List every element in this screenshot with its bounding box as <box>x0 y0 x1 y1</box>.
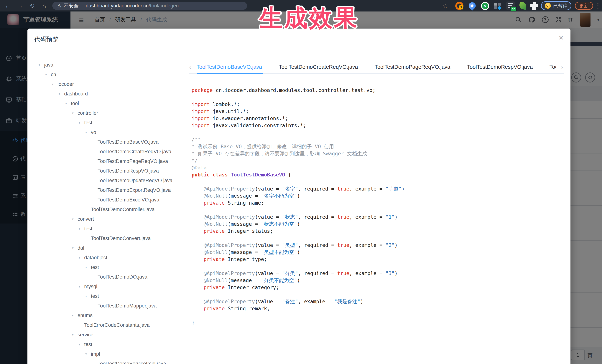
bookmark-star-icon[interactable]: ☆ <box>442 0 448 11</box>
code-line: @NotNull(message = "状态不能为空") <box>192 220 565 228</box>
tree-file[interactable]: ToolTestDemoCreateReqVO.java <box>39 147 189 156</box>
tree-node-label: ToolErrorCodeConstants.java <box>84 322 150 328</box>
caret-down-icon[interactable]: ▾ <box>85 294 91 298</box>
tree-folder[interactable]: ▾dataobject <box>39 253 189 262</box>
caret-down-icon[interactable]: ▾ <box>45 73 51 77</box>
tree-file[interactable]: ToolTestDemoExcelVO.java <box>39 195 189 205</box>
tree-file[interactable]: ToolTestDemoDO.java <box>39 272 189 282</box>
caret-down-icon[interactable]: ▾ <box>72 333 77 337</box>
browser-back-icon[interactable]: ← <box>2 0 13 11</box>
code-preview-modal: 代码预览 × ▾java▾cn▾iocoder▾dashboard▾tool▾c… <box>27 29 570 364</box>
caret-down-icon[interactable]: ▾ <box>65 102 71 105</box>
tree-folder[interactable]: ▾test <box>39 224 189 234</box>
caret-down-icon[interactable]: ▾ <box>72 111 77 115</box>
browser-forward-icon[interactable]: → <box>14 0 26 11</box>
caret-down-icon[interactable]: ▾ <box>39 63 44 67</box>
code-line: import javax.validation.constraints.*; <box>192 122 565 129</box>
caret-down-icon[interactable]: ▾ <box>85 265 91 269</box>
tree-node-label: java <box>44 62 54 68</box>
code-line: import lombok.*; <box>192 101 565 108</box>
tree-folder[interactable]: ▾enums <box>39 311 189 320</box>
caret-down-icon[interactable]: ▾ <box>79 227 84 231</box>
extension-list-icon[interactable]: on <box>506 1 515 10</box>
tree-folder[interactable]: ▾dal <box>39 243 189 253</box>
extension-pin-icon[interactable] <box>467 1 477 11</box>
caret-down-icon[interactable]: ▾ <box>79 343 84 346</box>
code-line <box>192 263 565 270</box>
tree-file[interactable]: ToolErrorCodeConstants.java <box>39 320 189 330</box>
tree-node-label: ToolTestDemoServiceImpl.java <box>97 361 166 364</box>
caret-down-icon[interactable]: ▾ <box>85 130 91 134</box>
tree-folder[interactable]: ▾dashboard <box>39 89 189 99</box>
caret-down-icon[interactable]: ▾ <box>72 217 77 221</box>
tree-file[interactable]: ToolTestDemoController.java <box>39 205 189 214</box>
tree-node-label: ToolTestDemoCreateReqVO.java <box>97 149 171 155</box>
tree-node-label: test <box>84 342 92 347</box>
tree-file[interactable]: ToolTestDemoConvert.java <box>39 234 189 243</box>
tree-folder[interactable]: ▾test <box>39 291 189 301</box>
code-line: import io.swagger.annotations.*; <box>192 115 565 122</box>
code-tab[interactable]: ToolTestDemoCreateReqVO.java <box>279 61 358 74</box>
tree-file[interactable]: ToolTestDemoBaseVO.java <box>39 137 189 147</box>
extension-orange-icon[interactable]: 1 <box>455 2 463 10</box>
browser-home-icon[interactable]: ⌂ <box>39 0 50 11</box>
caret-down-icon[interactable]: ▾ <box>72 314 77 317</box>
code-block: package cn.iocoder.dashboard.modules.too… <box>192 87 565 364</box>
caret-down-icon[interactable]: ▾ <box>79 285 84 289</box>
caret-down-icon[interactable]: ▾ <box>59 92 64 96</box>
caret-down-icon[interactable]: ▾ <box>79 256 84 260</box>
file-tree: ▾java▾cn▾iocoder▾dashboard▾tool▾controll… <box>39 60 189 364</box>
tree-file[interactable]: ToolTestDemoExportReqVO.java <box>39 185 189 195</box>
extension-green-icon[interactable]: v <box>481 2 489 10</box>
tree-file[interactable]: ToolTestDemoRespVO.java <box>39 166 189 176</box>
tree-folder[interactable]: ▾iocoder <box>39 79 189 89</box>
tree-file[interactable]: ToolTestDemoMapper.java <box>39 301 189 311</box>
tabs-scroll-right-icon[interactable]: › <box>561 61 563 73</box>
tree-node-label: test <box>84 226 92 232</box>
tree-file[interactable]: ToolTestDemoUpdateReqVO.java <box>39 176 189 185</box>
tree-file[interactable]: ToolTestDemoServiceImpl.java <box>39 359 189 364</box>
tree-node-label: ToolTestDemoExcelVO.java <box>97 197 159 203</box>
tree-folder[interactable]: ▾cn <box>39 70 189 79</box>
tree-folder[interactable]: ▾test <box>39 340 189 349</box>
tree-folder[interactable]: ▾controller <box>39 108 189 118</box>
tabs-scroll-left-icon[interactable]: ‹ <box>189 61 191 73</box>
tree-folder[interactable]: ▾mysql <box>39 282 189 291</box>
tree-folder[interactable]: ▾impl <box>39 349 189 359</box>
extensions-puzzle-icon[interactable] <box>530 2 538 10</box>
tree-node-label: mysql <box>84 284 97 290</box>
code-line <box>192 235 565 242</box>
code-tab[interactable]: ToolTestDemoBaseVO.java <box>197 61 262 74</box>
file-tabs: ToolTestDemoBaseVO.javaToolTestDemoCreat… <box>197 61 556 74</box>
tree-file[interactable]: ToolTestDemoPageReqVO.java <box>39 156 189 166</box>
profile-emoji-icon <box>545 3 551 9</box>
address-bar[interactable]: ⚠ 不安全 dashboard.yudao.iocoder.cn/tool/co… <box>52 2 247 10</box>
url-divider <box>82 3 82 8</box>
tree-folder[interactable]: ▾vo <box>39 127 189 137</box>
code-tab[interactable]: ToolTestDemoRespVO.java <box>467 61 533 74</box>
tree-folder[interactable]: ▾tool <box>39 99 189 108</box>
tree-node-label: test <box>91 293 99 299</box>
code-tab[interactable]: ToolTe <box>549 61 556 74</box>
tree-folder[interactable]: ▾test <box>39 118 189 127</box>
code-line: private Integer type; <box>192 256 565 263</box>
tree-folder[interactable]: ▾service <box>39 330 189 340</box>
browser-reload-icon[interactable]: ↻ <box>27 0 38 11</box>
extension-leaf-icon[interactable] <box>519 2 527 10</box>
code-tab[interactable]: ToolTestDemoPageReqVO.java <box>375 61 450 74</box>
profile-paused-button[interactable]: 已暂停 <box>541 1 571 10</box>
caret-down-icon[interactable]: ▾ <box>52 82 57 86</box>
tree-node-label: ToolTestDemoUpdateReqVO.java <box>97 178 172 184</box>
browser-menu-icon[interactable]: ⋮ <box>595 0 601 11</box>
tree-folder[interactable]: ▾convert <box>39 214 189 224</box>
tree-folder[interactable]: ▾java <box>39 60 189 70</box>
code-line: /** <box>192 136 565 143</box>
tree-folder[interactable]: ▾test <box>39 262 189 272</box>
caret-down-icon[interactable]: ▾ <box>79 121 84 125</box>
chrome-update-button[interactable]: 更新 <box>575 2 593 10</box>
caret-down-icon[interactable]: ▾ <box>85 352 91 356</box>
extension-grid-icon[interactable] <box>494 3 501 9</box>
close-icon[interactable]: × <box>559 33 563 42</box>
caret-down-icon[interactable]: ▾ <box>72 246 77 250</box>
app-window: ≡ 首页 / 研发工具 / 代码生成 ? tT ▾ 芋道管理系 <box>0 11 602 364</box>
